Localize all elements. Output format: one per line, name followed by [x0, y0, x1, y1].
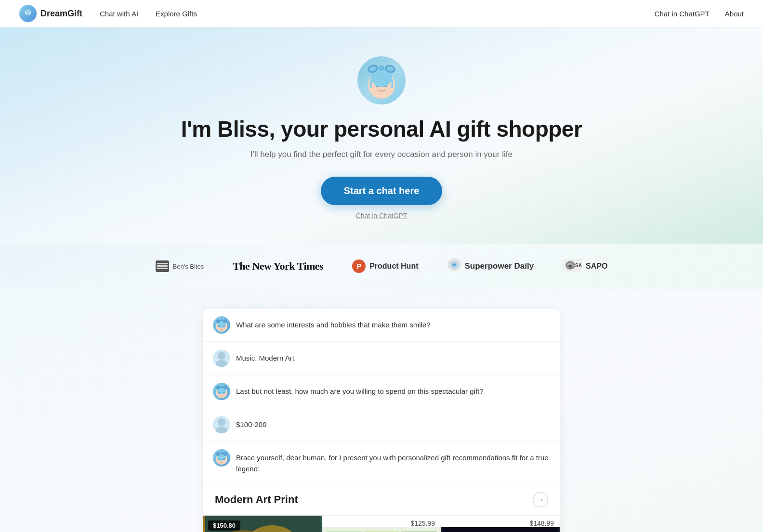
svg-point-34 [218, 352, 225, 360]
svg-point-29 [218, 326, 221, 327]
brands-bar: Ben's Bites The New York Times P Product… [0, 244, 763, 289]
hero-subheadline: I'll help you find the perfect gift for … [10, 150, 753, 159]
product-card-1[interactable]: $150.80 [203, 516, 322, 532]
product-3-price: $148.99 [441, 516, 560, 527]
nav-chat-with-ai[interactable]: Chat with AI [100, 10, 138, 18]
chat-demo-section: What are some interests and hobbies that… [0, 289, 763, 532]
superpower-daily-icon [447, 258, 461, 274]
nav-left: DreamGift Chat with AI Explore Gifts [19, 5, 197, 22]
svg-point-39 [223, 392, 225, 394]
ai-avatar-3 [213, 449, 230, 467]
product-image-1: $150.80 [203, 516, 322, 532]
nav-chat-in-chatgpt[interactable]: Chat in ChatGPT [655, 10, 710, 18]
logo-text: DreamGift [40, 9, 82, 19]
product-hunt-label: Product Hunt [369, 262, 418, 271]
products-header: Modern Art Print → [203, 482, 560, 516]
chat-message-3: Last but not least, how much are you wil… [203, 375, 560, 408]
logo[interactable]: DreamGift [19, 5, 82, 22]
logo-icon [19, 5, 37, 22]
nav-about[interactable]: About [725, 10, 744, 18]
svg-point-15 [380, 66, 383, 69]
navigation: DreamGift Chat with AI Explore Gifts Cha… [0, 0, 763, 27]
chat-message-5: Brace yourself, dear human, for I presen… [203, 441, 560, 482]
ai-avatar-1 [213, 316, 230, 334]
products-grid: $150.80 $125.99 [203, 516, 560, 532]
product-image-2 [322, 527, 441, 532]
chat-text-2: Music, Modern Art [236, 350, 294, 364]
brand-product-hunt: P Product Hunt [352, 260, 418, 273]
svg-point-43 [218, 418, 225, 426]
svg-point-42 [221, 386, 223, 388]
chatgpt-link[interactable]: Chat in ChatGPT [10, 212, 753, 220]
chat-message-2: Music, Modern Art [203, 342, 560, 375]
svg-point-25 [568, 265, 572, 268]
svg-point-51 [221, 452, 223, 454]
brand-superpower-daily: Superpower Daily [447, 258, 534, 274]
svg-text:SAPO: SAPO [575, 263, 582, 268]
svg-rect-18 [157, 265, 168, 267]
svg-rect-57 [443, 527, 558, 532]
chat-container: What are some interests and hobbies that… [203, 309, 560, 532]
product-card-3[interactable]: $148.99 [441, 516, 560, 532]
hero-section: I'm Bliss, your personal AI gift shopper… [0, 27, 763, 244]
svg-point-33 [221, 319, 223, 322]
bliss-avatar [357, 56, 406, 104]
product-1-price-badge: $150.80 [208, 520, 240, 531]
brand-nyt: The New York Times [233, 260, 323, 272]
superpower-daily-label: Superpower Daily [465, 261, 534, 271]
svg-point-3 [28, 12, 29, 13]
nav-explore-gifts[interactable]: Explore Gifts [156, 10, 197, 18]
hero-headline: I'm Bliss, your personal AI gift shopper [10, 116, 753, 142]
product-image-3 [441, 527, 560, 532]
svg-rect-17 [157, 263, 168, 264]
products-title: Modern Art Print [215, 493, 298, 506]
product-2-price: $125.99 [322, 516, 441, 527]
product-card-2[interactable]: $125.99 [322, 516, 441, 532]
nyt-label: The New York Times [233, 260, 323, 272]
products-arrow-button[interactable]: → [533, 492, 548, 507]
user-avatar-2 [213, 416, 230, 433]
svg-point-30 [223, 326, 225, 327]
sapo-label: SAPO [586, 262, 607, 271]
brand-bens-bites: Ben's Bites [156, 260, 204, 272]
brand-sapo: SAPO SAPO [563, 259, 607, 274]
chat-text-1: What are some interests and hobbies that… [236, 316, 431, 331]
svg-point-2 [26, 12, 27, 13]
svg-point-44 [216, 427, 227, 433]
svg-point-47 [218, 459, 221, 460]
ai-avatar-2 [213, 383, 230, 400]
chat-text-5: Brace yourself, dear human, for I presen… [236, 449, 550, 474]
chat-message-4: $100-200 [203, 408, 560, 441]
svg-point-35 [216, 360, 227, 367]
nav-right: Chat in ChatGPT About [655, 10, 744, 18]
chat-text-3: Last but not least, how much are you wil… [236, 383, 484, 397]
svg-point-1 [26, 10, 30, 14]
start-chat-button[interactable]: Start a chat here [321, 177, 443, 205]
sapo-icon: SAPO [563, 259, 582, 274]
bens-bites-icon [156, 260, 169, 272]
user-avatar-1 [213, 350, 230, 367]
product-hunt-icon: P [352, 260, 366, 273]
svg-point-38 [218, 392, 221, 394]
chat-message-1: What are some interests and hobbies that… [203, 309, 560, 342]
svg-point-48 [223, 459, 225, 460]
svg-rect-19 [157, 268, 168, 269]
bens-bites-label: Ben's Bites [173, 263, 204, 270]
products-section: Modern Art Print → $1 [203, 482, 560, 532]
chat-text-4: $100-200 [236, 416, 266, 430]
